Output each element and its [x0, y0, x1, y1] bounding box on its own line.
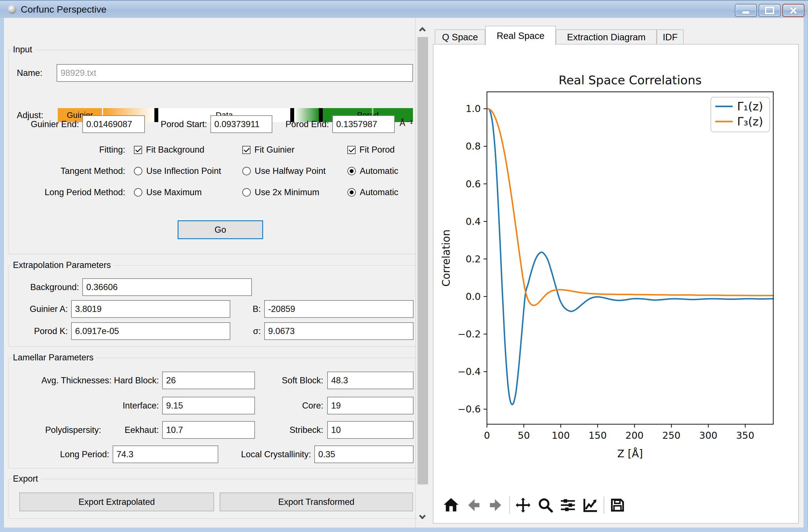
sigma-field[interactable]: [264, 322, 414, 340]
long-period-automatic-radio[interactable]: Automatic: [347, 187, 398, 198]
local-crystallinity-field[interactable]: [314, 445, 414, 463]
scrollbar-thumb[interactable]: [418, 37, 428, 484]
plot-frame: [487, 92, 773, 424]
x-axis-label: Z [Å]: [617, 448, 643, 460]
hard-block-label: Avg. Thicknesses: Hard Block:: [12, 372, 159, 389]
eekhaut-label: Eekhaut:: [103, 421, 159, 439]
long-period-field[interactable]: [113, 445, 218, 463]
home-door: [449, 506, 453, 512]
radio-icon: [347, 188, 356, 196]
core-label: Core:: [267, 397, 323, 414]
legend-label-1: Γ₃(z): [737, 115, 763, 128]
fit-guinier-checkbox[interactable]: Fit Guinier: [242, 144, 294, 155]
x-tick-label: 150: [589, 430, 607, 441]
save-button[interactable]: [608, 496, 627, 514]
close-button[interactable]: [783, 4, 804, 17]
corfunc-control-panel: Input Name: Adjust: Guinier Data Porod G…: [4, 18, 416, 528]
x-tick-label: 200: [625, 430, 644, 441]
real-space-tab-page: 0501001502002503003501.00.80.60.40.20.0−…: [433, 44, 799, 524]
forward-button[interactable]: [486, 496, 505, 514]
left-panel-scrollbar[interactable]: [417, 18, 429, 528]
go-button[interactable]: Go: [178, 220, 263, 239]
window-frame-bottom: [0, 528, 808, 532]
hard-block-field[interactable]: [162, 372, 255, 389]
interface-field[interactable]: [162, 397, 255, 414]
tab-q-space[interactable]: Q Space: [435, 30, 485, 44]
fitting-label: Fitting:: [60, 144, 125, 155]
corfunc-perspective-window: Corfunc Perspective Input Name: Adjust: …: [0, 0, 808, 532]
y-tick-label: 0.0: [466, 291, 481, 302]
scroll-up-icon[interactable]: [419, 27, 426, 34]
radio-icon: [347, 167, 356, 175]
guinier-b-label: B:: [241, 300, 261, 318]
zoom-button[interactable]: [536, 496, 555, 514]
x-tick-label: 50: [518, 430, 530, 441]
long-period-maximum-radio[interactable]: Use Maximum: [134, 187, 202, 198]
interface-label: Interface:: [12, 397, 159, 414]
toolbar-separator: [509, 496, 510, 514]
name-field[interactable]: [57, 64, 413, 82]
lamellar-group-legend: Lamellar Parameters: [12, 353, 96, 363]
radio-icon: [134, 167, 142, 175]
checkbox-icon: [242, 146, 251, 154]
name-label: Name:: [17, 64, 53, 82]
x-tick-label: 250: [662, 430, 681, 441]
export-extrapolated-button[interactable]: Export Extrapolated: [19, 493, 214, 511]
stribeck-field[interactable]: [327, 421, 414, 439]
tangent-automatic-radio[interactable]: Automatic: [347, 166, 398, 177]
stribeck-label: Stribeck:: [267, 421, 323, 439]
tangent-inflection-radio[interactable]: Use Inflection Point: [134, 166, 221, 177]
edit-axes-button[interactable]: [581, 496, 600, 514]
local-crystallinity-label: Local Crystallinity:: [228, 445, 311, 463]
y-tick-label: −0.6: [458, 403, 481, 415]
long-period-method-label: Long Period Method:: [21, 187, 125, 198]
tab-extraction-diagram[interactable]: Extraction Diagram: [556, 30, 657, 44]
tab-idf[interactable]: IDF: [657, 30, 684, 44]
pan-button[interactable]: [514, 496, 532, 514]
x-tick-label: 350: [736, 430, 754, 441]
guinier-end-field[interactable]: [82, 115, 145, 133]
porod-k-field[interactable]: [71, 322, 230, 340]
y-axis-label: Correlation: [440, 229, 452, 286]
title-bar: Corfunc Perspective: [0, 0, 808, 18]
long-period-2x-minimum-radio[interactable]: Use 2x Minimum: [242, 187, 319, 198]
export-transformed-button[interactable]: Export Transformed: [220, 493, 413, 511]
porod-start-label: Porod Start:: [147, 115, 207, 133]
scroll-down-icon[interactable]: [419, 512, 426, 519]
guinier-a-field[interactable]: [71, 300, 230, 318]
sigma-label: σ:: [241, 322, 261, 340]
minimize-button[interactable]: [735, 4, 757, 17]
fit-background-checkbox[interactable]: Fit Background: [134, 144, 204, 155]
configure-subplots-button[interactable]: [559, 496, 577, 514]
back-button[interactable]: [464, 496, 483, 514]
guinier-end-label: Guinier End:: [12, 115, 79, 133]
porod-end-field[interactable]: [332, 115, 395, 133]
window-frame-left: [0, 18, 4, 532]
porod-end-label: Porod End:: [273, 115, 329, 133]
radio-icon: [242, 188, 251, 196]
tab-real-space[interactable]: Real Space: [485, 26, 556, 45]
polydispersity-label: Polydispersity:: [21, 421, 101, 439]
tangent-halfway-radio[interactable]: Use Halfway Point: [242, 166, 326, 177]
plot-toolbar: [442, 496, 627, 514]
y-tick-label: 0.6: [466, 178, 481, 190]
toolbar-separator: [604, 496, 604, 514]
y-tick-label: −0.4: [458, 366, 481, 377]
porod-start-field[interactable]: [210, 115, 272, 133]
guinier-b-field[interactable]: [264, 300, 414, 318]
fit-porod-checkbox[interactable]: Fit Porod: [347, 144, 395, 155]
y-tick-label: 0.8: [466, 140, 481, 152]
soft-block-field[interactable]: [327, 372, 414, 389]
window-frame-right: [804, 18, 808, 532]
y-tick-label: −0.2: [458, 328, 481, 340]
minimize-icon: [742, 11, 750, 14]
background-field[interactable]: [82, 278, 252, 296]
background-label: Background:: [12, 278, 79, 296]
home-button[interactable]: [442, 496, 460, 514]
core-field[interactable]: [327, 397, 414, 414]
eekhaut-field[interactable]: [162, 421, 255, 439]
x-tick-label: 0: [484, 430, 490, 441]
maximize-button[interactable]: [759, 4, 781, 17]
legend-label-0: Γ₁(z): [737, 100, 763, 113]
x-tick-label: 100: [552, 430, 570, 441]
